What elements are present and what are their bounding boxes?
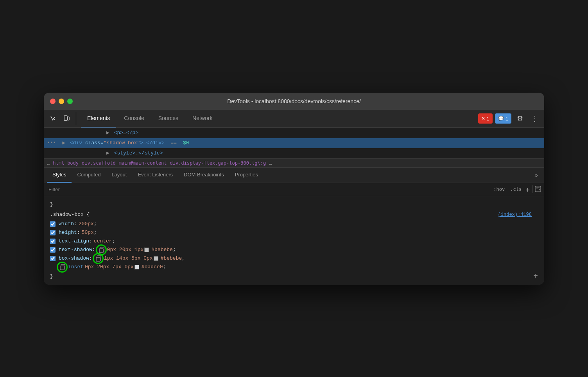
dom-row[interactable]: ▶ <style>…</style> [44,148,544,158]
css-property-width: width : 200px ; [44,220,544,228]
prop-name-height[interactable]: height [58,228,77,237]
prop-value-inset-val[interactable]: 0px 20px 7px 0px [85,263,134,271]
svg-rect-5 [96,257,100,261]
tab-network[interactable]: Network [186,110,219,127]
prop-name-box-shadow[interactable]: box-shadow [58,254,89,263]
settings-icon[interactable]: ⚙ [514,112,526,125]
toolbar-icons [47,112,76,125]
svg-rect-0 [64,116,67,120]
color-swatch-inset[interactable] [134,265,139,269]
box-shadow-copy-icon[interactable] [94,254,102,263]
breadcrumb: … html body div.scaffold main#main-conte… [44,159,544,168]
prop-value-width[interactable]: 200px [79,220,94,228]
traffic-lights [50,99,73,104]
devtools-window: DevTools - localhost:8080/docs/devtools/… [44,93,544,285]
prop-value-height[interactable]: 50px [82,228,94,237]
prop-value-text-shadow-val[interactable]: 0px 20px 1px [107,246,144,254]
window-title: DevTools - localhost:8080/docs/devtools/… [227,98,361,104]
breadcrumb-div[interactable]: div.display-flex.gap-top-300.lg\:g [170,160,266,166]
subtab-event-listeners[interactable]: Event Listeners [132,168,178,183]
filter-input[interactable] [47,187,492,192]
css-close-brace-prev: } [44,199,544,210]
css-property-text-shadow: text-shadow : 0px 20px 1px #bebebe ; [44,246,544,254]
prop-value-box-shadow-val[interactable]: 1px 14px 5px 0px [104,254,153,263]
expand-icon: ▶ [62,139,65,147]
height-checkbox[interactable] [50,230,56,235]
close-button[interactable] [50,99,56,104]
prop-value-text-align[interactable]: center [94,237,112,246]
css-content: } .shadow-box { (index):4198 width : 200… [44,196,544,285]
css-close-brace: } + [44,271,544,282]
sub-tabs: Styles Computed Layout Event Listeners D… [44,168,544,183]
filter-actions: :hov .cls + [492,185,541,194]
css-selector[interactable]: .shadow-box { [50,210,90,219]
divider [532,185,532,193]
css-property-inset: inset 0px 20px 7px 0px #dadce0 ; [44,263,544,271]
prop-value-inset-color[interactable]: #dadce0 [142,263,163,271]
subtab-styles[interactable]: Styles [47,168,72,183]
prop-value-box-shadow-color[interactable]: #bebebe [161,254,182,263]
css-property-box-shadow: box-shadow : 1px 14px 5px 0px #bebebe , [44,254,544,263]
toolbar-right: ✕ 1 💬 1 ⚙ ⋮ [478,112,541,125]
css-property-height: height : 50px ; [44,228,544,237]
titlebar: DevTools - localhost:8080/docs/devtools/… [44,93,544,110]
checkbox-width [50,221,58,227]
svg-rect-6 [60,266,64,270]
inset-copy-icon[interactable] [58,263,66,271]
subtab-dom-breakpoints[interactable]: DOM Breakpoints [178,168,229,183]
inset-keyword: inset [68,263,83,271]
color-swatch-text-shadow[interactable] [144,248,149,252]
chat-icon: 💬 [498,116,504,121]
cls-button[interactable]: .cls [509,186,523,193]
dom-row[interactable]: ▶ <p>…</p> [44,128,544,138]
dom-panel: ▶ <p>…</p> ••• ▶ <div class="shadow-box"… [44,128,544,159]
more-tabs-icon[interactable]: » [531,172,541,179]
add-style-button[interactable]: + [525,185,530,194]
add-rule-icon[interactable]: + [533,272,538,281]
inspect-icon[interactable] [47,112,59,125]
styles-panel: } .shadow-box { (index):4198 width : 200… [44,196,544,285]
error-icon: ✕ [481,116,485,121]
prop-name-text-shadow[interactable]: text-shadow [58,246,92,254]
breadcrumb-scaffold[interactable]: div.scaffold [82,160,116,166]
expand-icon: ▶ [106,129,109,137]
text-shadow-copy-icon[interactable] [97,246,106,254]
checkbox-box-shadow [50,256,58,261]
svg-rect-4 [99,249,103,253]
error-badge-button[interactable]: ✕ 1 [478,113,493,124]
breadcrumb-body[interactable]: body [67,160,79,166]
minimize-button[interactable] [59,99,64,104]
css-property-text-align: text-align : center ; [44,237,544,246]
css-source-link[interactable]: (index):4198 [498,210,538,219]
checkbox-height [50,230,58,235]
breadcrumb-html[interactable]: html [53,160,64,166]
main-toolbar: Elements Console Sources Network ✕ 1 💬 1… [44,110,544,128]
hov-button[interactable]: :hov [492,186,506,193]
css-selector-line: .shadow-box { (index):4198 [44,210,544,220]
prop-name-text-align[interactable]: text-align [58,237,89,246]
box-shadow-checkbox[interactable] [50,256,56,261]
text-shadow-checkbox[interactable] [50,247,56,253]
subtab-computed[interactable]: Computed [72,168,106,183]
text-align-checkbox[interactable] [50,239,56,244]
breadcrumb-main[interactable]: main#main-content [119,160,167,166]
color-swatch-box-shadow[interactable] [154,256,158,261]
maximize-button[interactable] [67,99,73,104]
more-icon[interactable]: ⋮ [529,112,541,125]
tab-elements[interactable]: Elements [81,110,116,127]
expand-icon: ▶ [106,149,109,157]
dom-row-selected[interactable]: ••• ▶ <div class="shadow-box">…</div> ==… [44,138,544,148]
tab-sources[interactable]: Sources [152,110,185,127]
svg-rect-1 [68,117,69,120]
info-badge-button[interactable]: 💬 1 [495,113,511,124]
prop-name-width[interactable]: width [58,220,74,228]
subtab-properties[interactable]: Properties [229,168,264,183]
tab-console[interactable]: Console [118,110,150,127]
device-icon[interactable] [60,112,73,125]
width-checkbox[interactable] [50,221,56,227]
filter-bar: :hov .cls + [44,183,544,196]
prop-value-text-shadow-color[interactable]: #bebebe [151,246,173,254]
checkbox-text-align [50,239,58,244]
collapse-icon[interactable] [535,186,541,193]
subtab-layout[interactable]: Layout [106,168,132,183]
